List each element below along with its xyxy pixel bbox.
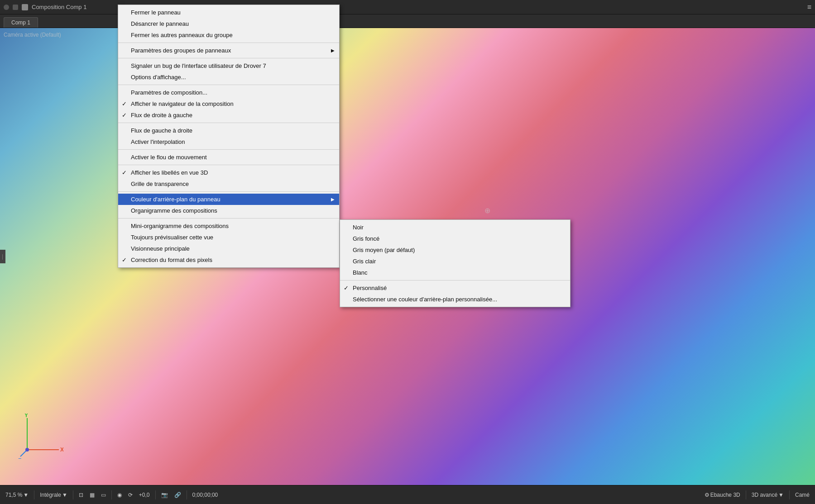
- camera-label: Camé: [795, 492, 810, 498]
- menu-separator: [118, 149, 339, 150]
- separator-3: [111, 490, 112, 499]
- menu-separator: [118, 43, 339, 43]
- menu-item-signaler-bug[interactable]: Signaler un bug de l'interface utilisate…: [118, 60, 339, 71]
- color-plus-value: +0,0: [137, 491, 152, 499]
- submenu-item-gris-fonce[interactable]: Gris foncé: [340, 233, 570, 244]
- separator-6: [746, 490, 746, 499]
- 3d-label: 3D avancé: [752, 492, 777, 498]
- timecode: 0;00;00;00: [192, 492, 218, 498]
- menu-icon[interactable]: ≡: [807, 3, 811, 11]
- svg-text:Z: Z: [18, 457, 21, 459]
- bottom-toolbar: 71,5 % ▼ Intégrale ▼ ⊡ ▦ ▭ ◉ ⟳ +0,0 📷 🔗 …: [0, 485, 815, 504]
- menu-separator: [118, 218, 339, 219]
- submenu-item-gris-moyen[interactable]: Gris moyen (par défaut): [340, 244, 570, 256]
- svg-point-6: [25, 448, 29, 452]
- submenu-item-gris-clair[interactable]: Gris clair: [340, 256, 570, 267]
- region-of-interest-button[interactable]: ⊡: [77, 491, 85, 499]
- primary-context-menu: Fermer le panneauDésancrer le panneauFer…: [118, 5, 340, 268]
- 3d-dropdown-icon[interactable]: ▼: [778, 492, 784, 498]
- menu-item-correction-format[interactable]: Correction du format des pixels: [118, 254, 339, 266]
- axis-indicator: X Y Z: [18, 414, 63, 460]
- background-color-submenu: NoirGris foncéGris moyen (par défaut)Gri…: [340, 219, 570, 307]
- menu-item-grille-transparence[interactable]: Grille de transparence: [118, 178, 339, 190]
- draft-3d-label: Ebauche 3D: [710, 492, 740, 498]
- show-snapshot-button[interactable]: 🔗: [173, 491, 183, 499]
- menu-item-visionneuse-principale[interactable]: Visionneuse principale: [118, 243, 339, 254]
- fast-preview-button[interactable]: ⟳: [126, 491, 134, 499]
- separator-7: [789, 490, 790, 499]
- zoom-value: 71,5 %: [5, 492, 22, 498]
- minimize-button[interactable]: [13, 5, 18, 10]
- resolution-value: Intégrale: [40, 492, 61, 498]
- submenu-item-noir[interactable]: Noir: [340, 222, 570, 233]
- menu-item-fermer-autres[interactable]: Fermer les autres panneaux du groupe: [118, 29, 339, 41]
- crosshair-icon: ⊕: [484, 206, 494, 215]
- menu-item-parametres-composition[interactable]: Paramètres de composition...: [118, 87, 339, 98]
- menu-separator: [118, 165, 339, 165]
- pixel-icon: ▭: [101, 492, 106, 498]
- menu-item-organigramme[interactable]: Organigramme des compositions: [118, 205, 339, 216]
- snapshot-button[interactable]: 📷: [159, 491, 170, 499]
- pixel-aspect-button[interactable]: ▭: [99, 491, 108, 499]
- svg-text:X: X: [60, 447, 63, 453]
- camera-icon: 📷: [161, 492, 168, 498]
- submenu-item-selectionner-couleur[interactable]: Sélectionner une couleur d'arrière-plan …: [340, 294, 570, 305]
- separator-1: [34, 490, 34, 499]
- separator-2: [73, 490, 73, 499]
- menu-item-flux-gauche-droite[interactable]: Flux de gauche à droite: [118, 125, 339, 136]
- menu-separator: [118, 85, 339, 85]
- separator-4: [155, 490, 156, 499]
- menu-item-options-affichage[interactable]: Options d'affichage...: [118, 71, 339, 83]
- menu-item-afficher-navigateur[interactable]: Afficher le navigateur de la composition: [118, 98, 339, 109]
- submenu-separator: [340, 280, 570, 281]
- transparency-grid-button[interactable]: ▦: [88, 491, 96, 499]
- menu-separator: [118, 123, 339, 123]
- menu-item-couleur-arriere-plan[interactable]: Couleur d'arrière-plan du panneau: [118, 194, 339, 205]
- app-icon: [22, 4, 28, 10]
- separator-5: [187, 490, 187, 499]
- color-icon: ◉: [117, 492, 122, 498]
- draft-3d-button[interactable]: ⚙ Ebauche 3D: [703, 491, 742, 499]
- left-handle[interactable]: │: [0, 250, 5, 263]
- fast-icon: ⟳: [128, 492, 133, 498]
- menu-item-activer-flou[interactable]: Activer le flou de mouvement: [118, 152, 339, 163]
- color-plus: +0,0: [139, 492, 150, 498]
- zoom-dropdown-icon[interactable]: ▼: [23, 492, 29, 498]
- menu-item-desancrer[interactable]: Désancrer le panneau: [118, 18, 339, 29]
- menu-item-parametres-groupes[interactable]: Paramètres des groupes de panneaux: [118, 45, 339, 56]
- camera-selector[interactable]: Camé: [793, 491, 811, 499]
- draft-3d-icon: ⚙: [705, 492, 710, 498]
- resolution-selector[interactable]: Intégrale ▼: [38, 491, 69, 499]
- roi-icon: ⊡: [79, 492, 83, 498]
- menu-item-flux-droite-gauche[interactable]: Flux de droite à gauche: [118, 109, 339, 121]
- svg-text:Y: Y: [24, 414, 28, 418]
- snapshot-icon: 🔗: [174, 492, 181, 498]
- comp-tab[interactable]: Comp 1: [4, 17, 38, 28]
- color-management-button[interactable]: ◉: [115, 491, 124, 499]
- menu-separator: [118, 58, 339, 58]
- resolution-dropdown-icon[interactable]: ▼: [62, 492, 67, 498]
- submenu-item-personnalise[interactable]: Personnalisé: [340, 282, 570, 294]
- menu-item-afficher-libelles[interactable]: Afficher les libellés en vue 3D: [118, 167, 339, 178]
- close-button[interactable]: [4, 5, 9, 10]
- menu-item-previsualiser[interactable]: Toujours prévisualiser cette vue: [118, 232, 339, 243]
- menu-item-fermer-panneau[interactable]: Fermer le panneau: [118, 7, 339, 18]
- submenu-item-blanc[interactable]: Blanc: [340, 267, 570, 278]
- menu-item-mini-organigramme[interactable]: Mini-organigramme des compositions: [118, 220, 339, 232]
- timecode-display: 0;00;00;00: [191, 491, 220, 499]
- menu-separator: [118, 191, 339, 192]
- zoom-level[interactable]: 71,5 % ▼: [4, 491, 30, 499]
- 3d-renderer-selector[interactable]: 3D avancé ▼: [750, 491, 786, 499]
- camera-label: Caméra active (Default): [4, 32, 61, 38]
- grid-icon: ▦: [90, 492, 95, 498]
- menu-item-activer-interpolation[interactable]: Activer l'interpolation: [118, 136, 339, 147]
